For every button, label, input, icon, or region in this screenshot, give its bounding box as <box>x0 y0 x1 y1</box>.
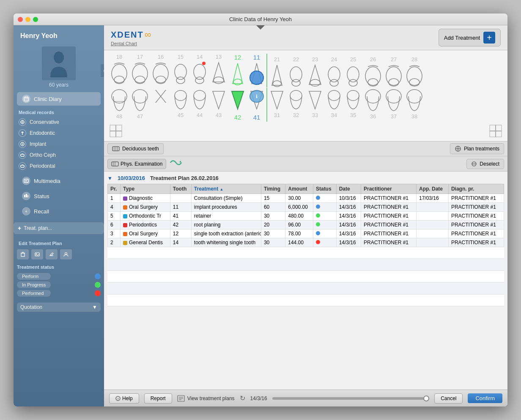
cell-treatment: Consultation (Simple) <box>191 194 261 203</box>
medical-records-label: Medical records <box>14 106 104 117</box>
deciduous-teeth-button[interactable]: Deciduous teeth <box>107 143 164 154</box>
sidebar-item-periodontal[interactable]: Periodontal <box>14 161 104 172</box>
edit-plan-image[interactable] <box>31 249 43 259</box>
sidebar-item-ortho-ceph[interactable]: Ortho Ceph <box>14 150 104 161</box>
report-label: Report <box>151 395 166 401</box>
tooth-11[interactable]: 11 <box>247 54 266 88</box>
tooth-45[interactable]: 45 <box>171 88 190 121</box>
treat-plan-plus: + <box>18 225 21 232</box>
sidebar-item-implant[interactable]: Implant <box>14 139 104 150</box>
phys-exam-action-icon[interactable] <box>170 158 182 169</box>
col-amount[interactable]: Amount <box>285 184 313 194</box>
edit-plan-trash[interactable] <box>17 249 29 259</box>
sidebar-item-conservative[interactable]: Conservative <box>14 117 104 128</box>
tooth-28[interactable]: 28 <box>404 56 425 88</box>
sidebar-item-multimedia[interactable]: Multimedia <box>17 174 101 188</box>
tooth-38[interactable]: 38 <box>404 88 425 120</box>
perform-button[interactable]: Perform <box>17 273 51 280</box>
treatment-date: 10/03/2016 <box>118 175 145 181</box>
cell-type: Oral Surgery <box>121 203 170 212</box>
tooth-34[interactable]: 34 <box>325 88 343 120</box>
tooth-22[interactable]: 22 <box>287 56 305 88</box>
performed-button[interactable]: Performed <box>17 290 51 297</box>
tooth-46-gap[interactable] <box>151 88 171 121</box>
maximize-button[interactable] <box>33 17 38 22</box>
tooth-16[interactable]: 16 <box>151 54 171 88</box>
cancel-button[interactable]: Cancel <box>434 393 463 404</box>
col-status[interactable]: Status <box>313 184 336 194</box>
minimize-button[interactable] <box>25 17 30 22</box>
tooth-24[interactable]: 24 <box>325 56 343 88</box>
cell-pr: 3 <box>108 229 121 238</box>
in-progress-button[interactable]: In Progress <box>17 281 51 288</box>
table-row[interactable]: 5 Orthodontic Tr 41 retainer 30 480.00 1… <box>108 212 504 221</box>
svg-rect-87 <box>490 125 496 131</box>
tooth-32[interactable]: 32 <box>287 88 305 120</box>
svg-marker-36 <box>213 63 225 82</box>
table-row[interactable]: 1 Diagnostic Consultation (Simple) 15 30… <box>108 194 504 203</box>
col-treatment[interactable]: Treatment ▲ <box>191 184 261 194</box>
col-app-date[interactable]: App. Date <box>416 184 448 194</box>
tooth-36[interactable]: 36 <box>363 88 383 120</box>
tooth-23[interactable]: 23 <box>306 56 324 88</box>
table-row[interactable]: 2 General Dentis 14 tooth whitening sing… <box>108 238 504 247</box>
tooth-21[interactable]: 21 <box>268 56 286 88</box>
tooth-47[interactable]: 47 <box>130 88 150 121</box>
edit-plan-pencil[interactable] <box>46 249 58 259</box>
confirm-button[interactable]: Confirm <box>468 393 502 403</box>
treat-plan-button[interactable]: + Treat. plan... <box>14 222 104 234</box>
table-row[interactable]: 6 Periodontics 42 root planing 20 96.00 … <box>108 221 504 229</box>
sidebar-item-clinic-diary[interactable]: Clinic Diary <box>17 92 101 106</box>
col-date[interactable]: Date <box>336 184 361 194</box>
view-treatment-plans[interactable]: View treatment plans <box>177 395 235 402</box>
sidebar-item-status[interactable]: Status <box>17 189 101 203</box>
treatment-status-section: Treatment status Perform In Progress Per… <box>14 261 104 301</box>
tooth-44[interactable]: 44 <box>190 88 209 121</box>
tooth-41[interactable]: ℹ 41 <box>247 88 266 121</box>
tooth-13[interactable]: 13 <box>209 54 228 88</box>
tooth-35[interactable]: 35 <box>344 88 362 120</box>
close-button[interactable] <box>18 17 23 22</box>
empty-row <box>107 259 504 271</box>
sidebar-item-recall[interactable]: + Recall <box>17 205 101 218</box>
tooth-15[interactable]: 15 <box>171 54 190 88</box>
col-pr[interactable]: Pr. <box>108 184 121 194</box>
svg-point-39 <box>233 79 242 85</box>
progress-thumb[interactable] <box>423 395 429 401</box>
tooth-26[interactable]: 26 <box>363 56 383 88</box>
col-type[interactable]: Type <box>121 184 170 194</box>
tooth-25[interactable]: 25 <box>344 56 362 88</box>
table-row[interactable]: 3 Oral Surgery 12 single tooth extractio… <box>108 229 504 238</box>
cell-status <box>313 238 336 247</box>
col-tooth[interactable]: Tooth <box>170 184 191 194</box>
tooth-12[interactable]: 12 <box>228 54 247 88</box>
cell-amount: 6,000.00 <box>285 203 313 212</box>
tooth-48[interactable]: 48 <box>109 88 129 121</box>
progress-bar[interactable] <box>272 397 430 400</box>
col-diagn-pr[interactable]: Diagn. pr. <box>448 184 504 194</box>
tooth-42[interactable]: 42 <box>228 88 247 121</box>
help-button[interactable]: ? Help <box>109 393 139 404</box>
tooth-17[interactable]: 17 <box>130 54 150 88</box>
tooth-43[interactable]: 43 <box>209 88 228 121</box>
add-treatment-button[interactable]: Add Treatment + <box>439 29 501 46</box>
tooth-27[interactable]: 27 <box>384 56 404 88</box>
deselect-button[interactable]: Deselect <box>466 159 504 169</box>
col-practitioner[interactable]: Practitioner <box>361 184 417 194</box>
tooth-14[interactable]: 14 <box>190 54 209 88</box>
quotation-select[interactable]: Quotation ▼ <box>17 303 101 312</box>
add-treatment-label: Add Treatment <box>444 35 480 41</box>
table-row[interactable]: 4 Oral Surgery 11 implant procedures 60 … <box>108 203 504 212</box>
phys-exam-button[interactable]: Phys. Examination <box>107 159 166 169</box>
plan-treatments-button[interactable]: Plan treatments <box>450 143 504 154</box>
tooth-33[interactable]: 33 <box>306 88 324 120</box>
tooth-37[interactable]: 37 <box>384 88 404 120</box>
report-button[interactable]: Report <box>144 393 172 404</box>
sidebar-item-endodontic[interactable]: Endodontic <box>14 128 104 139</box>
edit-plan-person[interactable] <box>60 249 72 259</box>
tooth-18[interactable]: 18 <box>109 54 129 88</box>
window-controls[interactable] <box>18 17 38 22</box>
svg-text:?: ? <box>117 397 119 401</box>
col-timing[interactable]: Timing <box>261 184 285 194</box>
tooth-31[interactable]: 31 <box>268 88 286 120</box>
